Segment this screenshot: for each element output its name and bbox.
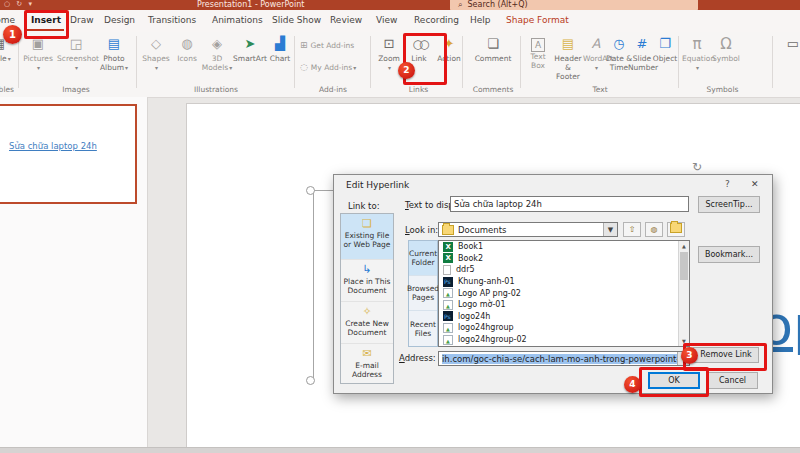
look-in-dropdown[interactable]: Documents ▼ (438, 222, 618, 237)
file-icon (443, 242, 453, 252)
rotate-handle-icon[interactable]: ↻ (692, 160, 702, 174)
scroll-up-icon[interactable]: ▲ (679, 241, 689, 251)
zoom-label: Zoom (374, 54, 404, 63)
file-row[interactable]: Logo mờ-01 (439, 299, 689, 311)
header-footer-label2: & Footer (553, 63, 583, 81)
screenshot-button[interactable]: ◲ Screenshot (57, 35, 95, 72)
window-title: Presentation1 - PowerPoint (197, 0, 304, 9)
sidebar-item-label: E-mail Address (352, 361, 382, 379)
tab-view[interactable]: View (376, 15, 397, 25)
comment-button[interactable]: ❏ Comment (467, 35, 519, 63)
tab-shape-format[interactable]: Shape Format (506, 15, 569, 25)
file-row[interactable]: Khung-anh-01 (439, 276, 689, 288)
chevron-down-icon (7, 54, 11, 63)
text-to-display-input[interactable]: Sửa chữa laptop 24h (450, 196, 689, 212)
address-input[interactable]: ih.com/goc-chia-se/cach-lam-mo-anh-trong… (438, 351, 690, 366)
file-icon (443, 265, 451, 275)
title-bar: ○ ↻ ▾ Presentation1 - PowerPoint ⌕Search… (0, 0, 800, 10)
photo-album-label: Photo (95, 54, 133, 63)
dialog-close-icon[interactable]: ✕ (751, 179, 759, 189)
file-icon (443, 288, 453, 298)
object-button[interactable]: ❐ Object (651, 35, 679, 63)
file-icon (443, 335, 453, 345)
header-footer-button[interactable]: ▤ Header & Footer (553, 35, 583, 81)
smartart-icon: ➤ (233, 35, 267, 53)
file-row[interactable]: logo24h (439, 311, 689, 323)
file-name: Logo AP png-02 (458, 289, 521, 298)
photo-album-button[interactable]: ▤ Photo Album (95, 35, 133, 72)
sidebar-item-create-new-document[interactable]: ✧ Create New Document (341, 302, 393, 344)
tab-home[interactable]: Home (0, 15, 15, 25)
file-nav-column: Current Folder Browsed Pages Recent File… (408, 240, 438, 347)
illustrations-group-label: Illustrations (181, 85, 251, 94)
text-box-button[interactable]: A Text Box (523, 35, 553, 70)
tab-design[interactable]: Design (104, 15, 135, 25)
text-group-label: Text (575, 85, 625, 94)
comments-group-label: Comments (467, 85, 519, 94)
scrollbar[interactable]: ▲ ▼ (678, 241, 689, 346)
nav-current-folder[interactable]: Current Folder (409, 241, 437, 276)
selection-handle[interactable] (306, 186, 315, 195)
tab-review[interactable]: Review (330, 15, 362, 25)
sidebar-item-email-address[interactable]: ✉ E-mail Address (341, 344, 393, 383)
my-add-ins-button[interactable]: ◌My Add-ins (300, 62, 356, 72)
chevron-down-icon (74, 63, 78, 72)
scrollbar-thumb[interactable] (680, 252, 688, 280)
slide-thumbnail[interactable] (0, 104, 137, 204)
dropdown-arrow-icon[interactable]: ▼ (603, 223, 617, 236)
tab-recording[interactable]: Recording (414, 15, 459, 25)
tab-slide-show[interactable]: Slide Show (272, 15, 321, 25)
chevron-down-icon (695, 63, 699, 72)
smartart-button[interactable]: ➤ SmartArt (233, 35, 267, 63)
media-button-partial[interactable]: ▭ (778, 35, 800, 54)
text-box-label2: Box (523, 61, 553, 70)
tab-help[interactable]: Help (470, 15, 491, 25)
shapes-label: Shapes (142, 54, 169, 63)
file-icon (443, 311, 453, 321)
file-row[interactable]: ddr5 (439, 264, 689, 276)
address-value-selected: ih.com/goc-chia-se/cach-lam-mo-anh-trong… (442, 354, 677, 364)
pictures-button[interactable]: ▣ Pictures (20, 35, 56, 72)
file-row[interactable]: logo24hgroup (439, 322, 689, 334)
thumbnail-hyperlink-text: Sửa chữa laptop 24h (9, 141, 97, 151)
bookmark-button[interactable]: Bookmark... (698, 246, 760, 263)
dialog-help-button[interactable]: ? (725, 179, 730, 189)
sidebar-item-existing-file[interactable]: ❏ Existing File or Web Page (341, 214, 393, 260)
group-divider (18, 36, 19, 88)
browse-web-button[interactable]: ◍ (645, 222, 663, 237)
tab-animations[interactable]: Animations (212, 15, 263, 25)
selection-handle[interactable] (306, 376, 315, 385)
tab-draw[interactable]: Draw (70, 15, 94, 25)
file-row[interactable]: Book1 (439, 241, 689, 253)
screenshot-label: Screenshot (57, 54, 99, 63)
file-row[interactable]: logo24hgroup-02 (439, 334, 689, 346)
screentip-button[interactable]: ScreenTip... (698, 196, 760, 213)
chevron-down-icon (387, 63, 391, 72)
shapes-button[interactable]: ◇ Shapes (140, 35, 172, 72)
chart-button[interactable]: ▟ Chart (266, 35, 294, 63)
equation-button[interactable]: π Equation (682, 35, 712, 72)
nav-recent-files[interactable]: Recent Files (409, 311, 437, 346)
symbol-button[interactable]: Ω Symbol (712, 35, 740, 63)
up-one-folder-button[interactable]: ⇧ (623, 222, 641, 237)
sidebar-item-place-in-document[interactable]: ↳ Place in This Document (341, 260, 393, 302)
object-label: Object (651, 54, 679, 63)
file-row[interactable]: Book2 (439, 253, 689, 265)
existing-file-icon: ❏ (343, 217, 391, 230)
comment-icon: ❏ (467, 35, 519, 53)
file-row[interactable]: Logo AP png-02 (439, 287, 689, 299)
file-list: Book1 Book2 ddr5 Khung-anh-01 Logo AP pn… (438, 240, 690, 347)
sidebar-item-label: Create New Document (345, 319, 389, 337)
browse-files-button[interactable] (667, 222, 685, 237)
tab-transitions[interactable]: Transitions (148, 15, 196, 25)
get-add-ins-button[interactable]: ⊞Get Add-ins (300, 40, 354, 50)
icons-label: Icons (173, 54, 201, 63)
header-footer-icon: ▤ (553, 35, 583, 53)
3d-models-button[interactable]: ◈ 3D Models (201, 35, 233, 72)
cancel-button[interactable]: Cancel (707, 372, 758, 389)
icons-button[interactable]: ◍ Icons (173, 35, 201, 63)
nav-browsed-pages[interactable]: Browsed Pages (409, 276, 437, 311)
quick-access-toolbar-icons[interactable]: ○ ↻ ▾ (4, 0, 34, 8)
annotation-box-ok (639, 367, 709, 397)
search-icon: ⌕ (458, 0, 462, 9)
